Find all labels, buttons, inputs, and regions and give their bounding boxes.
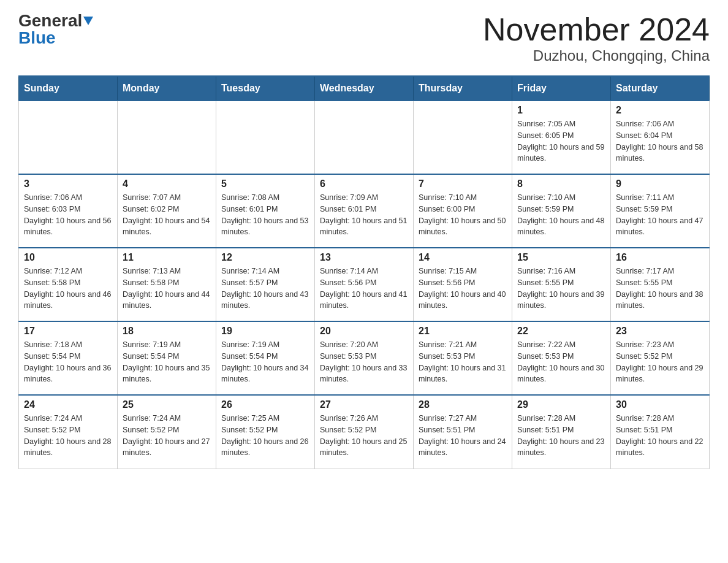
day-info: Sunrise: 7:10 AMSunset: 6:00 PMDaylight:…	[419, 192, 507, 238]
day-info: Sunrise: 7:28 AMSunset: 5:51 PMDaylight:…	[517, 413, 605, 459]
day-info: Sunrise: 7:16 AMSunset: 5:55 PMDaylight:…	[517, 266, 605, 312]
calendar-cell: 6Sunrise: 7:09 AMSunset: 6:01 PMDaylight…	[315, 174, 414, 248]
calendar-cell: 10Sunrise: 7:12 AMSunset: 5:58 PMDayligh…	[19, 248, 118, 321]
day-info: Sunrise: 7:26 AMSunset: 5:52 PMDaylight:…	[320, 413, 408, 459]
calendar-cell: 27Sunrise: 7:26 AMSunset: 5:52 PMDayligh…	[315, 395, 414, 469]
calendar-cell: 20Sunrise: 7:20 AMSunset: 5:53 PMDayligh…	[315, 321, 414, 395]
day-number: 21	[419, 326, 507, 337]
weekday-header-wednesday: Wednesday	[315, 76, 414, 101]
day-info: Sunrise: 7:24 AMSunset: 5:52 PMDaylight:…	[24, 413, 112, 459]
day-info: Sunrise: 7:17 AMSunset: 5:55 PMDaylight:…	[616, 266, 704, 312]
day-number: 23	[616, 326, 704, 337]
weekday-header-saturday: Saturday	[611, 76, 710, 101]
calendar-cell: 12Sunrise: 7:14 AMSunset: 5:57 PMDayligh…	[216, 248, 315, 321]
day-info: Sunrise: 7:13 AMSunset: 5:58 PMDaylight:…	[123, 266, 211, 312]
day-number: 17	[24, 326, 112, 337]
day-info: Sunrise: 7:14 AMSunset: 5:56 PMDaylight:…	[320, 266, 408, 312]
calendar-title-block: November 2024 Duzhou, Chongqing, China	[483, 12, 710, 64]
weekday-header-monday: Monday	[118, 76, 216, 101]
calendar-cell: 4Sunrise: 7:07 AMSunset: 6:02 PMDaylight…	[118, 174, 216, 248]
logo-general-text: General	[18, 12, 82, 29]
day-number: 16	[616, 252, 704, 263]
day-info: Sunrise: 7:19 AMSunset: 5:54 PMDaylight:…	[221, 339, 309, 385]
calendar-cell	[118, 101, 216, 174]
calendar-body: 1Sunrise: 7:05 AMSunset: 6:05 PMDaylight…	[19, 101, 710, 469]
day-number: 14	[419, 252, 507, 263]
day-number: 28	[419, 399, 507, 410]
day-number: 11	[123, 252, 211, 263]
calendar-cell: 22Sunrise: 7:22 AMSunset: 5:53 PMDayligh…	[512, 321, 611, 395]
day-number: 19	[221, 326, 309, 337]
day-number: 7	[419, 178, 507, 190]
calendar-cell: 5Sunrise: 7:08 AMSunset: 6:01 PMDaylight…	[216, 174, 315, 248]
day-info: Sunrise: 7:11 AMSunset: 5:59 PMDaylight:…	[616, 192, 704, 238]
calendar-cell: 14Sunrise: 7:15 AMSunset: 5:56 PMDayligh…	[414, 248, 512, 321]
weekday-header-sunday: Sunday	[19, 76, 118, 101]
day-info: Sunrise: 7:05 AMSunset: 6:05 PMDaylight:…	[517, 118, 605, 164]
day-number: 1	[517, 105, 605, 116]
logo-triangle-icon	[83, 17, 93, 25]
calendar-cell: 3Sunrise: 7:06 AMSunset: 6:03 PMDaylight…	[19, 174, 118, 248]
calendar-table: SundayMondayTuesdayWednesdayThursdayFrid…	[18, 75, 710, 469]
day-info: Sunrise: 7:12 AMSunset: 5:58 PMDaylight:…	[24, 266, 112, 312]
day-info: Sunrise: 7:21 AMSunset: 5:53 PMDaylight:…	[419, 339, 507, 385]
calendar-cell: 25Sunrise: 7:24 AMSunset: 5:52 PMDayligh…	[118, 395, 216, 469]
day-info: Sunrise: 7:08 AMSunset: 6:01 PMDaylight:…	[221, 192, 309, 238]
calendar-cell	[216, 101, 315, 174]
day-number: 3	[24, 178, 112, 190]
calendar-cell: 11Sunrise: 7:13 AMSunset: 5:58 PMDayligh…	[118, 248, 216, 321]
day-info: Sunrise: 7:24 AMSunset: 5:52 PMDaylight:…	[123, 413, 211, 459]
calendar-header: SundayMondayTuesdayWednesdayThursdayFrid…	[19, 76, 710, 101]
day-number: 2	[616, 105, 704, 116]
calendar-cell	[315, 101, 414, 174]
weekday-header-tuesday: Tuesday	[216, 76, 315, 101]
day-info: Sunrise: 7:06 AMSunset: 6:03 PMDaylight:…	[24, 192, 112, 238]
day-number: 12	[221, 252, 309, 263]
calendar-cell	[414, 101, 512, 174]
day-number: 8	[517, 178, 605, 190]
calendar-cell	[19, 101, 118, 174]
day-info: Sunrise: 7:15 AMSunset: 5:56 PMDaylight:…	[419, 266, 507, 312]
calendar-cell: 15Sunrise: 7:16 AMSunset: 5:55 PMDayligh…	[512, 248, 611, 321]
calendar-cell: 24Sunrise: 7:24 AMSunset: 5:52 PMDayligh…	[19, 395, 118, 469]
calendar-cell: 7Sunrise: 7:10 AMSunset: 6:00 PMDaylight…	[414, 174, 512, 248]
calendar-cell: 1Sunrise: 7:05 AMSunset: 6:05 PMDaylight…	[512, 101, 611, 174]
weekday-header-friday: Friday	[512, 76, 611, 101]
calendar-cell: 30Sunrise: 7:28 AMSunset: 5:51 PMDayligh…	[611, 395, 710, 469]
calendar-cell: 17Sunrise: 7:18 AMSunset: 5:54 PMDayligh…	[19, 321, 118, 395]
calendar-title: November 2024	[483, 12, 710, 47]
calendar-subtitle: Duzhou, Chongqing, China	[483, 47, 710, 64]
day-number: 18	[123, 326, 211, 337]
calendar-cell: 18Sunrise: 7:19 AMSunset: 5:54 PMDayligh…	[118, 321, 216, 395]
weekday-header-thursday: Thursday	[414, 76, 512, 101]
weekday-header-row: SundayMondayTuesdayWednesdayThursdayFrid…	[19, 76, 710, 101]
day-number: 6	[320, 178, 408, 190]
calendar-cell: 26Sunrise: 7:25 AMSunset: 5:52 PMDayligh…	[216, 395, 315, 469]
calendar-cell: 16Sunrise: 7:17 AMSunset: 5:55 PMDayligh…	[611, 248, 710, 321]
day-number: 25	[123, 399, 211, 410]
calendar-cell: 28Sunrise: 7:27 AMSunset: 5:51 PMDayligh…	[414, 395, 512, 469]
day-number: 29	[517, 399, 605, 410]
day-info: Sunrise: 7:27 AMSunset: 5:51 PMDaylight:…	[419, 413, 507, 459]
day-number: 27	[320, 399, 408, 410]
day-info: Sunrise: 7:18 AMSunset: 5:54 PMDaylight:…	[24, 339, 112, 385]
calendar-cell: 2Sunrise: 7:06 AMSunset: 6:04 PMDaylight…	[611, 101, 710, 174]
day-info: Sunrise: 7:22 AMSunset: 5:53 PMDaylight:…	[517, 339, 605, 385]
calendar-cell: 23Sunrise: 7:23 AMSunset: 5:52 PMDayligh…	[611, 321, 710, 395]
calendar-cell: 19Sunrise: 7:19 AMSunset: 5:54 PMDayligh…	[216, 321, 315, 395]
calendar-cell: 21Sunrise: 7:21 AMSunset: 5:53 PMDayligh…	[414, 321, 512, 395]
day-info: Sunrise: 7:09 AMSunset: 6:01 PMDaylight:…	[320, 192, 408, 238]
day-number: 15	[517, 252, 605, 263]
week-row-5: 24Sunrise: 7:24 AMSunset: 5:52 PMDayligh…	[19, 395, 710, 469]
day-info: Sunrise: 7:28 AMSunset: 5:51 PMDaylight:…	[616, 413, 704, 459]
day-info: Sunrise: 7:14 AMSunset: 5:57 PMDaylight:…	[221, 266, 309, 312]
day-info: Sunrise: 7:23 AMSunset: 5:52 PMDaylight:…	[616, 339, 704, 385]
week-row-3: 10Sunrise: 7:12 AMSunset: 5:58 PMDayligh…	[19, 248, 710, 321]
calendar-cell: 8Sunrise: 7:10 AMSunset: 5:59 PMDaylight…	[512, 174, 611, 248]
day-number: 4	[123, 178, 211, 190]
day-info: Sunrise: 7:20 AMSunset: 5:53 PMDaylight:…	[320, 339, 408, 385]
day-number: 13	[320, 252, 408, 263]
day-info: Sunrise: 7:25 AMSunset: 5:52 PMDaylight:…	[221, 413, 309, 459]
page-header: General Blue November 2024 Duzhou, Chong…	[18, 12, 710, 64]
week-row-4: 17Sunrise: 7:18 AMSunset: 5:54 PMDayligh…	[19, 321, 710, 395]
